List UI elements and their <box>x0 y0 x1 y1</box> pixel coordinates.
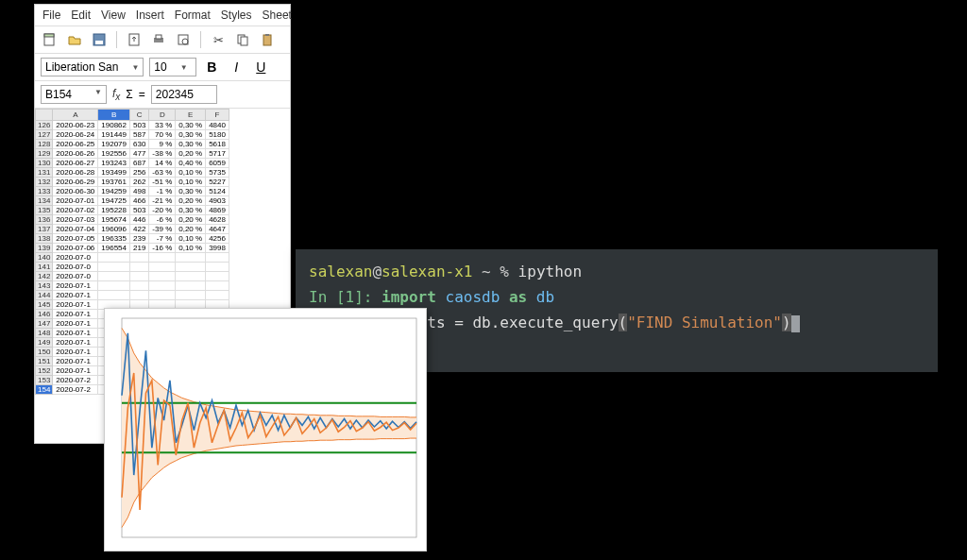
cell[interactable]: 195674 <box>98 215 130 225</box>
cell[interactable] <box>129 253 148 263</box>
cell[interactable]: 2020-06-23 <box>53 121 98 130</box>
table-row[interactable]: 1382020-07-05196335239-7 %0,10 %4256 <box>36 234 229 244</box>
cell[interactable]: -38 % <box>149 149 176 159</box>
cell[interactable]: 196554 <box>98 244 130 253</box>
row-header[interactable]: 148 <box>36 329 53 338</box>
cell[interactable]: 2020-07-1 <box>53 310 98 319</box>
cell[interactable]: 2020-07-2 <box>53 376 98 385</box>
row-header[interactable]: 144 <box>36 291 53 300</box>
cell[interactable]: 0,20 % <box>176 149 206 159</box>
cell[interactable]: 2020-07-1 <box>53 281 98 291</box>
cell[interactable]: 0,20 % <box>176 225 206 234</box>
cell[interactable] <box>149 291 176 300</box>
cell[interactable]: 422 <box>129 225 148 234</box>
col-header-E[interactable]: E <box>176 110 206 121</box>
row-header[interactable]: 140 <box>36 253 53 263</box>
cell[interactable]: 630 <box>129 140 148 149</box>
cell[interactable]: 262 <box>129 178 148 187</box>
cell[interactable] <box>149 281 176 291</box>
row-header[interactable]: 137 <box>36 225 53 234</box>
cell[interactable]: 70 % <box>149 130 176 140</box>
cell[interactable]: 4869 <box>206 206 229 215</box>
cell[interactable]: 2020-07-1 <box>53 338 98 348</box>
table-row[interactable]: 1352020-07-02195228503-20 %0,30 %4869 <box>36 206 229 215</box>
cell[interactable] <box>98 281 130 291</box>
open-icon[interactable] <box>65 30 84 49</box>
cell[interactable]: 2020-06-29 <box>53 178 98 187</box>
table-row[interactable]: 1282020-06-251920796309 %0,30 %5618 <box>36 140 229 149</box>
save-icon[interactable] <box>90 30 109 49</box>
cell[interactable] <box>129 272 148 281</box>
cell[interactable] <box>206 263 229 272</box>
cell[interactable]: 2020-07-1 <box>53 366 98 376</box>
row-header[interactable]: 126 <box>36 121 53 130</box>
font-size-combo[interactable]: 10▼ <box>149 58 196 76</box>
cell[interactable] <box>176 253 206 263</box>
menu-view[interactable]: View <box>101 8 126 22</box>
row-header[interactable]: 152 <box>36 366 53 376</box>
cell[interactable]: 2020-07-06 <box>53 244 98 253</box>
row-header[interactable]: 139 <box>36 244 53 253</box>
font-name-combo[interactable]: Liberation San▼ <box>41 58 144 76</box>
cell[interactable]: 2020-07-0 <box>53 263 98 272</box>
cell[interactable]: 477 <box>129 149 148 159</box>
col-header-D[interactable]: D <box>149 110 176 121</box>
cell[interactable]: 4903 <box>206 196 229 206</box>
cell[interactable]: 2020-07-0 <box>53 253 98 263</box>
cell[interactable]: -63 % <box>149 168 176 178</box>
fx-icon[interactable]: fx <box>112 87 120 102</box>
cell[interactable]: 219 <box>129 244 148 253</box>
cell[interactable]: 2020-07-04 <box>53 225 98 234</box>
cell[interactable]: -20 % <box>149 206 176 215</box>
table-row[interactable]: 1332020-06-30194259498-1 %0,30 %5124 <box>36 187 229 196</box>
cell[interactable] <box>176 291 206 300</box>
cell[interactable] <box>206 281 229 291</box>
menu-format[interactable]: Format <box>175 8 211 22</box>
cell[interactable]: 5227 <box>206 178 229 187</box>
print-icon[interactable] <box>149 30 168 49</box>
cell[interactable]: 2020-07-1 <box>53 329 98 338</box>
cell[interactable]: 193499 <box>98 168 130 178</box>
row-header[interactable]: 141 <box>36 263 53 272</box>
cell[interactable] <box>98 263 130 272</box>
row-header[interactable]: 147 <box>36 319 53 329</box>
cell[interactable]: 193761 <box>98 178 130 187</box>
cell[interactable]: 5124 <box>206 187 229 196</box>
cell[interactable]: 2020-07-03 <box>53 215 98 225</box>
cell[interactable] <box>149 253 176 263</box>
cell[interactable]: 2020-06-30 <box>53 187 98 196</box>
table-row[interactable]: 1432020-07-1 <box>36 281 229 291</box>
menu-sheet[interactable]: Sheet <box>263 8 292 22</box>
paste-icon[interactable] <box>258 30 277 49</box>
cell[interactable] <box>149 263 176 272</box>
row-header[interactable]: 143 <box>36 281 53 291</box>
table-row[interactable]: 1322020-06-29193761262-51 %0,10 %5227 <box>36 178 229 187</box>
cell[interactable]: 239 <box>129 234 148 244</box>
cell[interactable] <box>129 291 148 300</box>
cell[interactable]: 190862 <box>98 121 130 130</box>
cell[interactable]: 3998 <box>206 244 229 253</box>
cell[interactable]: 0,20 % <box>176 196 206 206</box>
row-header[interactable]: 151 <box>36 357 53 366</box>
row-header[interactable]: 154 <box>36 385 53 395</box>
table-row[interactable]: 1292020-06-26192556477-38 %0,20 %5717 <box>36 149 229 159</box>
cell[interactable]: -16 % <box>149 244 176 253</box>
cell[interactable] <box>98 291 130 300</box>
cell[interactable] <box>206 291 229 300</box>
col-header-A[interactable]: A <box>53 110 98 121</box>
row-header[interactable]: 134 <box>36 196 53 206</box>
cell[interactable]: 9 % <box>149 140 176 149</box>
cell[interactable]: 2020-06-28 <box>53 168 98 178</box>
cell[interactable] <box>206 253 229 263</box>
cut-icon[interactable]: ✂ <box>209 30 228 49</box>
new-doc-icon[interactable] <box>41 30 59 49</box>
row-header[interactable]: 131 <box>36 168 53 178</box>
cell[interactable]: 196335 <box>98 234 130 244</box>
cell[interactable]: 446 <box>129 215 148 225</box>
cell[interactable]: -7 % <box>149 234 176 244</box>
cell[interactable]: 2020-07-1 <box>53 348 98 357</box>
cell[interactable]: 6059 <box>206 159 229 168</box>
col-header-F[interactable]: F <box>206 110 229 121</box>
cell[interactable] <box>149 272 176 281</box>
row-header[interactable]: 132 <box>36 178 53 187</box>
